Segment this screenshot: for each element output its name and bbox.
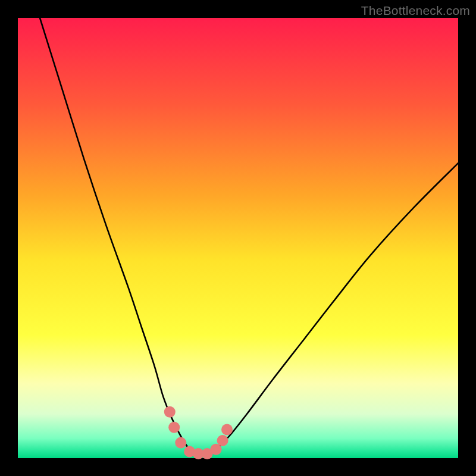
chart-frame: TheBottleneck.com	[0, 0, 476, 476]
chart-curves	[18, 18, 458, 458]
highlight-marker	[164, 406, 176, 418]
highlight-marker	[175, 437, 186, 449]
highlight-marker	[168, 422, 180, 433]
highlight-marker	[217, 435, 228, 446]
watermark-text: TheBottleneck.com	[361, 4, 470, 18]
bottleneck-curve	[40, 18, 458, 455]
plot-area	[18, 18, 458, 458]
highlight-marker	[221, 424, 233, 435]
highlight-markers	[164, 406, 233, 459]
